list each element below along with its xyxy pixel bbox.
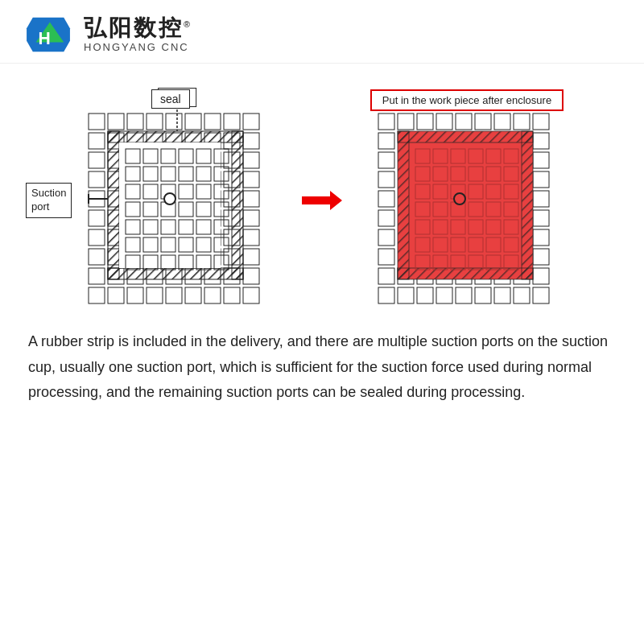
svg-rect-181 <box>417 287 433 303</box>
svg-rect-151 <box>456 114 472 130</box>
right-label-box: Put in the work piece after enclosure <box>370 89 564 111</box>
svg-rect-93 <box>108 131 243 142</box>
svg-rect-57 <box>89 229 105 246</box>
svg-rect-5 <box>127 114 143 130</box>
left-diagram: seal <box>80 88 274 313</box>
svg-rect-153 <box>494 114 510 130</box>
svg-text:H: H <box>39 29 51 47</box>
svg-rect-10 <box>224 114 240 130</box>
svg-rect-179 <box>378 287 394 303</box>
svg-rect-161 <box>533 171 549 188</box>
company-logo-icon: H <box>24 14 72 55</box>
svg-rect-85 <box>108 287 124 303</box>
svg-rect-184 <box>475 287 491 303</box>
svg-point-235 <box>454 193 465 204</box>
svg-rect-20 <box>243 133 259 149</box>
svg-rect-92 <box>243 287 259 303</box>
svg-rect-183 <box>456 287 472 303</box>
svg-rect-48 <box>89 210 105 226</box>
svg-rect-182 <box>436 287 452 303</box>
svg-rect-21 <box>89 152 105 168</box>
svg-rect-159 <box>533 152 549 168</box>
svg-rect-185 <box>494 287 510 303</box>
svg-rect-187 <box>533 287 549 303</box>
svg-rect-47 <box>243 191 259 207</box>
svg-rect-29 <box>243 152 259 168</box>
svg-rect-156 <box>378 133 394 149</box>
svg-rect-30 <box>89 171 105 188</box>
svg-rect-8 <box>185 114 201 130</box>
logo-chinese: 弘阳数控® <box>84 17 192 39</box>
svg-rect-150 <box>436 114 452 130</box>
svg-rect-74 <box>243 249 259 265</box>
svg-rect-163 <box>533 191 549 207</box>
svg-rect-180 <box>398 287 414 303</box>
description-text: A rubber strip is included in the delive… <box>24 329 620 406</box>
svg-rect-66 <box>89 249 105 265</box>
header: H 弘阳数控® HONGYANG CNC <box>0 0 644 64</box>
seal-label-box: seal <box>151 89 190 109</box>
svg-rect-75 <box>89 268 105 284</box>
right-diagram-svg <box>370 88 564 313</box>
arrow <box>298 184 346 217</box>
svg-rect-7 <box>166 114 182 130</box>
svg-rect-87 <box>147 287 163 303</box>
svg-rect-178 <box>533 268 549 284</box>
svg-marker-145 <box>302 191 342 210</box>
svg-rect-167 <box>533 229 549 246</box>
svg-rect-192 <box>522 131 533 279</box>
svg-rect-170 <box>378 268 394 284</box>
svg-rect-4 <box>108 114 124 130</box>
svg-rect-191 <box>398 131 409 279</box>
svg-rect-3 <box>89 114 105 130</box>
logo-registered: ® <box>184 19 192 28</box>
svg-rect-84 <box>89 287 105 303</box>
svg-rect-149 <box>417 114 433 130</box>
svg-rect-164 <box>378 210 394 226</box>
svg-rect-83 <box>243 268 259 284</box>
svg-rect-148 <box>398 114 414 130</box>
svg-rect-56 <box>243 210 259 226</box>
right-arrow-svg <box>298 184 346 217</box>
svg-rect-38 <box>243 171 259 188</box>
svg-rect-86 <box>127 287 143 303</box>
svg-rect-91 <box>224 287 240 303</box>
svg-rect-6 <box>147 114 163 130</box>
left-diagram-svg <box>80 88 274 313</box>
svg-rect-65 <box>243 229 259 246</box>
svg-rect-160 <box>378 171 394 188</box>
suction-port-label: Suction port <box>26 183 72 218</box>
svg-rect-165 <box>533 210 549 226</box>
svg-rect-95 <box>108 131 119 279</box>
svg-rect-162 <box>378 191 394 207</box>
svg-rect-168 <box>378 249 394 265</box>
right-diagram: Put in the work piece after enclosure <box>370 88 564 313</box>
main-content: seal <box>0 64 644 422</box>
svg-rect-186 <box>514 287 530 303</box>
svg-rect-189 <box>398 131 533 142</box>
svg-rect-96 <box>232 131 243 279</box>
svg-rect-90 <box>204 287 221 303</box>
svg-rect-9 <box>204 114 221 130</box>
svg-rect-155 <box>533 114 549 130</box>
svg-rect-166 <box>378 229 394 246</box>
svg-rect-89 <box>185 287 201 303</box>
svg-rect-169 <box>533 249 549 265</box>
svg-rect-158 <box>378 152 394 168</box>
svg-rect-147 <box>378 114 394 130</box>
svg-rect-154 <box>514 114 530 130</box>
logo-english: HONGYANG CNC <box>84 41 192 53</box>
diagram-area: seal <box>24 88 620 313</box>
svg-rect-88 <box>166 287 182 303</box>
logo-text-block: 弘阳数控® HONGYANG CNC <box>84 17 192 53</box>
svg-rect-12 <box>89 133 105 149</box>
svg-rect-152 <box>475 114 491 130</box>
svg-rect-157 <box>533 133 549 149</box>
svg-rect-11 <box>243 114 259 130</box>
svg-point-140 <box>164 193 175 204</box>
